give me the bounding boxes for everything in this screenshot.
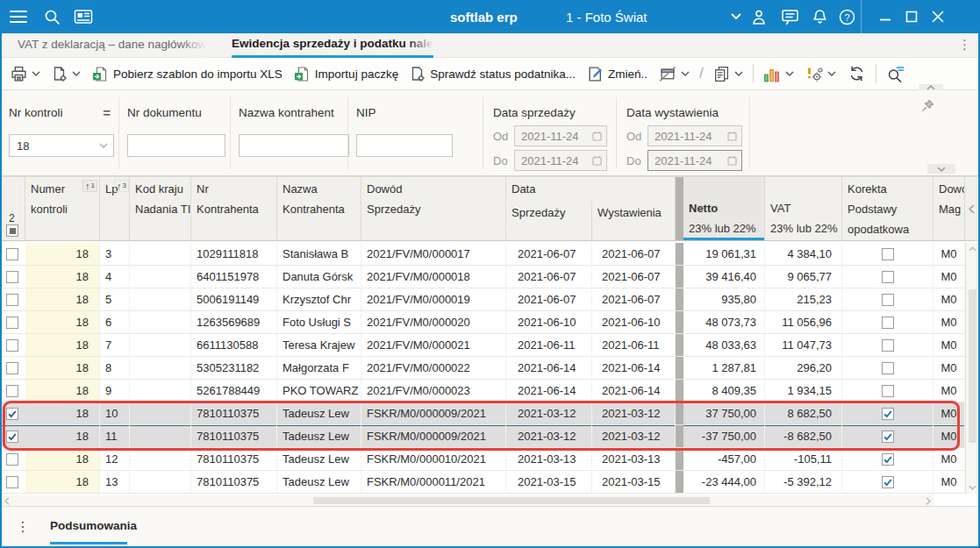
horizontal-scrollbar-thumb[interactable] (313, 497, 710, 504)
check-taxpayer-status-button[interactable]: Sprawdź status podatnika... (408, 63, 577, 85)
pane-splitter[interactable] (676, 177, 683, 240)
column-header-dowod-sprzedazy[interactable]: DowódSprzedaży (361, 177, 506, 240)
bottom-kebab-menu-icon[interactable]: ⋮ (16, 518, 30, 535)
column-header-data-sprzedazy[interactable]: Sprzedaży (506, 201, 592, 240)
search-icon[interactable] (40, 0, 63, 33)
collapse-pane-chevron-icon[interactable] (965, 177, 977, 240)
data-wystawienia-od-input[interactable]: 2021-11-24 (647, 125, 742, 146)
column-header-nr-kontrahenta[interactable]: NrKontrahenta (191, 177, 277, 240)
print-button[interactable] (9, 63, 42, 85)
row-select-checkbox[interactable] (6, 408, 18, 420)
nr-dokumentu-input[interactable] (127, 134, 225, 157)
column-header-nazwa-kontrahenta[interactable]: NazwaKontrahenta (277, 177, 361, 240)
scroll-down-arrow[interactable] (966, 481, 978, 494)
export-button[interactable] (50, 63, 82, 85)
change-button[interactable]: Zmień.. (585, 63, 649, 85)
korekta-checkbox[interactable] (882, 476, 894, 488)
row-select-checkbox[interactable] (6, 339, 18, 352)
user-icon[interactable] (748, 0, 770, 33)
column-header-data-group[interactable]: Data Sprzedaży Wystawienia (506, 177, 676, 240)
row-select-checkbox[interactable] (6, 476, 18, 488)
data-sprzedazy-do-input[interactable]: 2021-11-24 (514, 150, 607, 171)
column-header-data-wystawienia[interactable]: Wystawienia (592, 201, 675, 240)
tab-overflow-menu-icon[interactable]: ⋮ (958, 37, 971, 53)
select-all-header[interactable]: 2 (2, 177, 25, 240)
korekta-checkbox[interactable] (882, 385, 894, 397)
row-select-checkbox[interactable] (6, 294, 18, 306)
filter-panel: Nr kontroli= 18 Nr dokumentu Nazwa kontr… (2, 90, 978, 176)
table-row[interactable]: 1831029111818Stanisława B2021/FV/M0/0000… (2, 243, 965, 266)
table-row[interactable]: 1895261788449PKO TOWARZ2021/FV/M0/000023… (2, 380, 965, 402)
row-select-checkbox[interactable] (6, 248, 18, 260)
table-row[interactable]: 18137810110375Tadeusz LewFSKR/M0/000011/… (2, 471, 965, 494)
horizontal-scrollbar[interactable] (2, 495, 934, 506)
row-select-checkbox[interactable] (6, 271, 18, 283)
send-notification-button[interactable] (657, 63, 691, 85)
maximize-button[interactable] (900, 0, 923, 33)
data-sprzedazy-od-input[interactable]: 2021-11-24 (514, 125, 607, 146)
download-xls-template-button[interactable]: Pobierz szablon do importu XLS (90, 63, 284, 85)
korekta-checkbox[interactable] (882, 339, 894, 352)
vertical-scrollbar-thumb[interactable] (969, 289, 976, 443)
news-icon[interactable] (72, 0, 95, 33)
tab-ewidencja-sprzedazy[interactable]: Ewidencja sprzedaży i podatku należne (232, 33, 433, 58)
settings-alert-button[interactable] (804, 63, 838, 85)
column-header-kod-kraju[interactable]: Kod krajuNadania TIN (130, 177, 191, 240)
help-icon[interactable]: ? (835, 0, 858, 33)
vertical-scrollbar[interactable] (965, 243, 977, 494)
minimize-button[interactable] (874, 0, 897, 33)
column-header-dowod-mag[interactable]: DowóMag (934, 177, 965, 240)
close-button[interactable] (926, 0, 949, 33)
chat-icon[interactable] (778, 0, 801, 33)
nip-input[interactable] (356, 134, 453, 157)
korekta-checkbox[interactable] (882, 362, 894, 374)
chart-button[interactable] (762, 63, 796, 85)
korekta-checkbox[interactable] (882, 248, 894, 260)
company-selector[interactable]: 1 - Foto Świat (566, 0, 647, 33)
bell-icon[interactable] (808, 0, 831, 33)
hamburger-menu-icon[interactable] (7, 0, 30, 33)
data-wystawienia-do-input[interactable]: 2021-11-24 (647, 150, 742, 171)
table-row[interactable]: 18107810110375Tadeusz LewFSKR/M0/000009/… (2, 402, 965, 425)
nazwa-kontrahent-input[interactable] (239, 134, 349, 157)
table-row[interactable]: 18117810110375Tadeusz LewFSKR/M0/000009/… (2, 425, 965, 448)
table-row[interactable]: 1876611130588Teresa Krajew2021/FV/M0/000… (2, 334, 965, 357)
row-select-checkbox[interactable] (6, 385, 18, 397)
column-header-korekta[interactable]: KorektaPodstawyopodatkowa (842, 177, 934, 240)
table-row[interactable]: 1861263569689Foto Usługi S2021/FV/M0/000… (2, 311, 965, 334)
pin-icon[interactable] (921, 99, 934, 112)
row-select-checkbox[interactable] (6, 317, 18, 329)
tab-vat-deklaracja[interactable]: VAT z deklaracją – dane nagłówkowe (18, 33, 207, 58)
scroll-up-arrow[interactable] (966, 243, 978, 255)
table-row[interactable]: 18127810110375Tadeusz LewFSKR/M0/000010/… (2, 448, 965, 471)
table-row[interactable]: 1885305231182Małgorzata F2021/FV/M0/0000… (2, 357, 965, 380)
cell-sel (2, 357, 25, 379)
search-filter-button[interactable] (884, 62, 906, 86)
refresh-button[interactable] (846, 62, 868, 85)
row-select-checkbox[interactable] (6, 431, 18, 443)
table-row[interactable]: 1855006191149Krzysztof Chr2021/FV/M0/000… (2, 288, 965, 311)
row-select-checkbox[interactable] (6, 453, 18, 466)
column-header-vat[interactable]: VAT23% lub 22% (765, 177, 842, 240)
fiscal-document-button[interactable] (712, 63, 745, 85)
chevron-down-icon[interactable] (725, 0, 748, 33)
row-select-checkbox[interactable] (6, 362, 18, 374)
import-package-button[interactable]: Importuj paczkę (292, 63, 400, 85)
korekta-checkbox[interactable] (882, 453, 894, 466)
nr-kontroli-select[interactable]: 18 (9, 134, 114, 157)
korekta-checkbox[interactable] (882, 317, 894, 329)
scroll-right-arrow[interactable] (923, 495, 934, 506)
select-all-checkbox[interactable] (6, 224, 18, 237)
column-header-numer-kontroli[interactable]: Numerkontroli ↑1 (25, 177, 100, 240)
column-header-lp[interactable]: Lp ↑3 (100, 177, 130, 240)
scroll-left-arrow[interactable] (2, 495, 12, 506)
table-row[interactable]: 1846401151978Danuta Górsk2021/FV/M0/0000… (2, 266, 965, 288)
filter-collapse-button[interactable] (927, 164, 955, 174)
equals-operator-icon[interactable]: = (103, 105, 111, 120)
korekta-checkbox[interactable] (882, 431, 894, 443)
korekta-checkbox[interactable] (882, 408, 894, 420)
column-header-netto[interactable]: Netto23% lub 22% (683, 177, 765, 240)
korekta-checkbox[interactable] (882, 271, 894, 283)
tab-podsumowania[interactable]: Podsumowania (50, 507, 137, 545)
korekta-checkbox[interactable] (882, 294, 894, 306)
